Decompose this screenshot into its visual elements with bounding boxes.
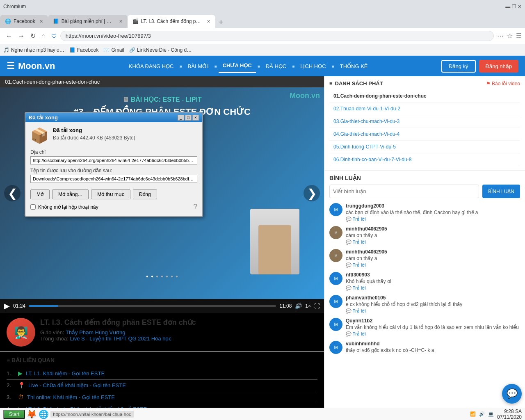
tab-close-moon-video[interactable]: ✕: [207, 19, 210, 24]
fullscreen-button[interactable]: ⛶: [314, 303, 320, 309]
total-time: 11:08: [279, 303, 292, 309]
back-button[interactable]: ←: [3, 31, 15, 41]
comment-input[interactable]: [329, 185, 479, 198]
teacher-name-link[interactable]: Thầy Phạm Hùng Vương: [66, 329, 125, 336]
home-button[interactable]: ⌂: [39, 31, 48, 41]
nav-thong-ke[interactable]: THỐNG KÊ: [336, 60, 372, 73]
reply-label-1: Trả lời: [353, 217, 366, 221]
taskbar-browser[interactable]: 🌐: [39, 409, 49, 419]
comment-reply-4[interactable]: 💬 Trả lời: [346, 285, 520, 291]
bookmark-gmail[interactable]: ✉️ Gmail: [103, 47, 124, 53]
register-button[interactable]: Đăng ký: [441, 60, 476, 73]
tab-moon-free[interactable]: 📘 Bài giảng miễn phí | Moon.vn ✕: [48, 15, 128, 28]
nav-bai-moi[interactable]: BÀI MỚI: [184, 60, 213, 73]
related-link-2[interactable]: Live - Chữa đề khái niệm - Gọi tên ESTE: [28, 382, 126, 388]
playlist-item-3[interactable]: 03.Gia-thiet-chu-mach-Vi-du-3: [329, 115, 520, 128]
playlist-item-1[interactable]: 01.Cach-dem-dong-phan-este-don-chuc: [329, 90, 520, 103]
browser-menu-icon[interactable]: ☰: [516, 32, 522, 40]
report-error-button[interactable]: ⚑ Báo lỗi video: [486, 81, 520, 87]
comment-reply-2[interactable]: 💬 Trả lời: [346, 240, 520, 245]
dialog-savepath-label: Tệp tin được lưu vào đường dẫn sau:: [30, 168, 197, 173]
next-video-button[interactable]: ❯: [304, 185, 320, 201]
comment-reply-5[interactable]: 💬 Trả lời: [346, 308, 520, 314]
related-pin-icon-2: 📍: [18, 382, 25, 388]
video-area[interactable]: 🖥 BÀI HỌC: ESTE - LIPIT #3 – ĐẾM ĐỒNG PH…: [0, 87, 324, 299]
no-reopen-checkbox[interactable]: [30, 204, 36, 210]
tab-favicon-moon-free: 📘: [53, 18, 59, 24]
messenger-button[interactable]: 💬: [502, 384, 522, 404]
refresh-button[interactable]: ↻: [28, 31, 38, 41]
related-num-2: 2.: [7, 382, 15, 388]
playlist-item-4[interactable]: 04.Gia-thiet-chu-mach-Vi-du-4: [329, 128, 520, 141]
comment-reply-6[interactable]: 💬 Trả lời: [346, 331, 520, 337]
forward-button[interactable]: →: [16, 31, 27, 41]
related-link-3[interactable]: Thi online: Khái niệm - Gọi tên ESTE: [27, 394, 115, 400]
network-icon: 📶: [470, 411, 476, 417]
bookmark-music[interactable]: 🎵 Nghe nhạc mp3 hay o…: [3, 47, 64, 53]
comment-6: M Quynh11b2 Em vẫn không hiểu cái ví dụ …: [329, 318, 520, 337]
tab-label-moon-free: Bài giảng miễn phí | Moon.vn: [62, 18, 115, 24]
playlist-item-6[interactable]: 06.Dinh-tinh-co-ban-Vi-du-7-Vi-du-8: [329, 153, 520, 166]
comment-text-5: e cx không hiểu chỗ tổ hợp ở vd2 giải th…: [346, 301, 520, 307]
playlist-item-5[interactable]: 05.Dinh-luong-CTPT-Vi-du-5: [329, 141, 520, 153]
related-link-1[interactable]: LT. I.1. Khái niệm - Gọi tên ESTE: [26, 370, 105, 377]
taskbar-firefox[interactable]: 🦊: [27, 409, 37, 419]
open-button[interactable]: Mở: [30, 189, 50, 199]
dot-1: ●: [146, 274, 148, 278]
avatar-2: M: [329, 226, 342, 239]
moon-logo[interactable]: ☰ Moon.vn: [7, 61, 55, 71]
comment-text-3: cảm ơn thầy a: [346, 256, 520, 261]
comment-submit-button[interactable]: BÌNH LUẬN: [482, 185, 520, 198]
tab-bar: 🌐 Facebook ✕ 📘 Bài giảng miễn phí | Moon…: [0, 13, 525, 28]
bookmark-gmail-icon: ✉️: [103, 47, 110, 53]
video-meta: LT. I.3. Cách đếm đồng phân ESTE đơn chứ…: [40, 318, 196, 347]
bookmark-linkneverdite[interactable]: 🔗 LinkNeverDie - Công đ…: [129, 47, 192, 53]
dialog-minimize[interactable]: _: [178, 115, 184, 121]
comment-author-2: minhthu04062905: [346, 226, 520, 232]
bookmark-facebook[interactable]: 📘 Facebook: [69, 47, 99, 53]
comment-text-6: Em vẫn không hiểu cái ví dụ 1 là tổ hợp …: [346, 324, 520, 330]
dialog-close[interactable]: ×: [192, 115, 199, 121]
prev-video-button[interactable]: ❮: [4, 185, 21, 201]
volume-icon[interactable]: 🔊: [295, 303, 302, 309]
no-reopen-label: Không mở lại hộp thoại này: [38, 204, 98, 210]
playlist-item-2[interactable]: 02.Thuan-dem-Vi-du-1-Vi-du-2: [329, 103, 520, 115]
nav-chua-hoc[interactable]: CHƯA HỌC: [219, 59, 256, 73]
tab-moon-video[interactable]: 🎬 LT. I.3. Cách đếm đồng phân EST… ✕: [128, 15, 215, 28]
tab-close-facebook[interactable]: ✕: [39, 19, 43, 24]
new-tab-button[interactable]: +: [215, 16, 227, 28]
nav-da-hoc[interactable]: ĐÃ HỌC: [262, 60, 290, 73]
site-content: ☰ Moon.vn KHÓA ĐANG HỌC ■ BÀI MỚI ■ CHƯA…: [0, 56, 525, 420]
progress-bar[interactable]: [29, 305, 276, 307]
comment-1: M trunggdung2003 các bạn ơi đính vào là …: [329, 203, 520, 222]
tab-close-moon-free[interactable]: ✕: [119, 19, 123, 24]
lesson-header: 🖥 BÀI HỌC: ESTE - LIPIT: [0, 96, 324, 103]
start-button[interactable]: Start: [3, 410, 25, 419]
course-link[interactable]: Live S - Luyện thi THPT QG 2021 Hóa học: [70, 336, 171, 342]
login-button[interactable]: Đăng nhập: [479, 60, 518, 73]
nav-lich-hoc[interactable]: LỊCH HỌC: [296, 60, 330, 73]
comment-reply-3[interactable]: 💬 Trả lời: [346, 262, 520, 268]
speed-button[interactable]: 1×: [305, 303, 311, 309]
tab-facebook[interactable]: 🌐 Facebook ✕: [0, 15, 48, 28]
open-with-button[interactable]: Mở bằng…: [52, 189, 89, 199]
hamburger-icon[interactable]: ☰: [7, 61, 15, 71]
volume-tray-icon[interactable]: 🔊: [479, 411, 485, 417]
open-folder-button[interactable]: Mở thư mục: [91, 189, 130, 199]
play-button[interactable]: ▶: [4, 301, 10, 310]
close-button[interactable]: Đóng: [133, 189, 157, 199]
bookmark-link-icon: 🔗: [129, 47, 135, 53]
bookmark-icon[interactable]: ☆: [507, 32, 513, 40]
menu-dots[interactable]: ⋯: [497, 32, 504, 40]
comment-reply-1[interactable]: 💬 Trả lời: [346, 217, 520, 222]
help-icon[interactable]: ?: [193, 203, 197, 211]
teacher-info: Giáo viên: Thầy Phạm Hùng Vương: [40, 329, 196, 336]
nav-khoa-dang-hoc[interactable]: KHÓA ĐANG HỌC: [125, 60, 178, 73]
dialog-savepath-field[interactable]: [30, 175, 197, 183]
video-title-bar: 01.Cach-dem-dong-phan-este-don-chuc: [0, 76, 324, 87]
dialog-address-field[interactable]: [30, 156, 197, 164]
dialog-maximize[interactable]: □: [185, 115, 192, 121]
dot-6: ●: [171, 274, 173, 278]
dot-7: ●: [176, 274, 178, 278]
address-input[interactable]: [60, 31, 494, 41]
